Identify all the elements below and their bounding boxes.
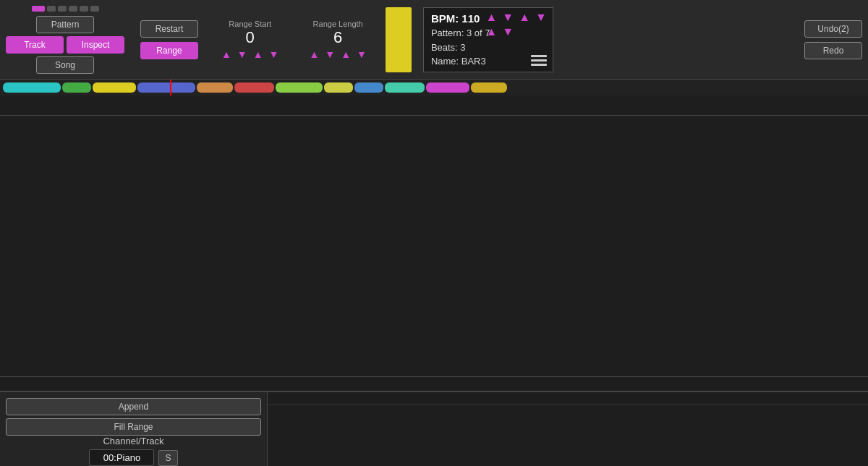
- mode-buttons: Pattern Track Inspect Song: [6, 6, 124, 74]
- restart-button[interactable]: Restart: [140, 20, 198, 38]
- section-block-0[interactable]: [3, 82, 61, 93]
- bpm-box: BPM: 110 Pattern: 3 of 7 Beats: 3 Name: …: [423, 7, 553, 72]
- beats-info: Beats: 3: [431, 42, 545, 53]
- bpm-up-large[interactable]: ▲: [485, 11, 499, 24]
- track-button[interactable]: Track: [6, 36, 64, 54]
- bottom-panel: Append Fill Range Channel/Track 00:Piano…: [0, 391, 868, 466]
- range-start-down[interactable]: ▼: [236, 48, 249, 60]
- section-block-9[interactable]: [385, 82, 425, 93]
- restart-range-group: Restart Range: [140, 20, 198, 59]
- range-len-up2[interactable]: ▲: [339, 48, 352, 60]
- section-block-10[interactable]: [426, 82, 469, 93]
- pattern-color-bar: [32, 6, 99, 12]
- section-block-3[interactable]: [137, 82, 195, 93]
- range-start-up[interactable]: ▲: [220, 48, 233, 60]
- channel-track-label: Channel/Track: [103, 436, 163, 446]
- fill-range-button[interactable]: Fill Range: [6, 418, 261, 436]
- bottom-ruler: [0, 376, 868, 391]
- bpm-up-small[interactable]: ▲: [485, 25, 499, 38]
- mini-content: [268, 405, 868, 466]
- section-block-8[interactable]: [354, 82, 383, 93]
- append-button[interactable]: Append: [6, 398, 261, 415]
- undo-redo-group: Undo(2) Redo: [804, 20, 862, 59]
- redo-button[interactable]: Redo: [804, 42, 862, 59]
- bottom-left: Append Fill Range Channel/Track 00:Piano…: [0, 392, 268, 466]
- bar-header: [0, 96, 868, 116]
- range-length-value: 6: [333, 28, 342, 47]
- pattern-seg-1: [32, 6, 45, 12]
- range-length-arrows: ▲ ▼ ▲ ▼: [307, 48, 367, 60]
- ham-line-3: [531, 64, 547, 66]
- range-start-arrows: ▲ ▼ ▲ ▼: [220, 48, 280, 60]
- pattern-seg-5: [80, 6, 88, 12]
- section-block-11[interactable]: [471, 82, 507, 93]
- range-length-label: Range Length: [313, 20, 363, 28]
- ham-line-1: [531, 55, 547, 57]
- channel-value: 00:Piano: [89, 449, 154, 466]
- pattern-seg-3: [58, 6, 67, 12]
- section-block-1[interactable]: [62, 82, 91, 93]
- pattern-seg-6: [90, 6, 99, 12]
- bpm-up-large2[interactable]: ▲: [517, 11, 532, 24]
- section-timeline: [0, 82, 868, 93]
- range-len-up[interactable]: ▲: [307, 48, 320, 60]
- section-block-5[interactable]: [234, 82, 274, 93]
- bpm-arrow-row-1: ▲ ▼ ▲ ▼: [485, 11, 548, 24]
- name-info: Name: BAR3: [431, 56, 545, 67]
- hamburger-menu[interactable]: [531, 55, 547, 66]
- s-button[interactable]: S: [158, 450, 177, 466]
- range-start-group: Range Start 0 ▲ ▼ ▲ ▼: [220, 20, 280, 60]
- inspect-button[interactable]: Inspect: [67, 36, 124, 54]
- range-start-label: Range Start: [229, 20, 271, 28]
- section-block-6[interactable]: [276, 82, 323, 93]
- bpm-arrow-row-2: ▲ ▼: [485, 25, 548, 38]
- range-start-down2[interactable]: ▼: [268, 48, 281, 60]
- pattern-seg-2: [47, 6, 56, 12]
- bpm-down-large2[interactable]: ▼: [534, 11, 548, 24]
- range-len-down2[interactable]: ▼: [355, 48, 368, 60]
- channel-track-row: 00:Piano S: [89, 449, 177, 466]
- bpm-down-small[interactable]: ▼: [501, 25, 515, 38]
- pattern-button[interactable]: Pattern: [36, 16, 94, 33]
- mini-bar-header: [268, 392, 868, 405]
- range-start-up2[interactable]: ▲: [252, 48, 265, 60]
- bottom-mini-timeline[interactable]: [268, 392, 868, 466]
- pattern-seg-4: [69, 6, 77, 12]
- undo-button[interactable]: Undo(2): [804, 20, 862, 38]
- range-len-down[interactable]: ▼: [323, 48, 336, 60]
- yellow-indicator: [386, 7, 412, 72]
- playhead: [170, 80, 171, 96]
- append-fill-group: Append Fill Range: [6, 398, 261, 436]
- channel-track-section: Channel/Track 00:Piano S: [6, 436, 261, 466]
- section-block-2[interactable]: [93, 82, 136, 93]
- section-bar[interactable]: [0, 80, 868, 96]
- section-block-7[interactable]: [324, 82, 353, 93]
- bpm-arrows: ▲ ▼ ▲ ▼ ▲ ▼: [485, 11, 548, 38]
- top-bar: Pattern Track Inspect Song Restart Range…: [0, 0, 868, 80]
- range-length-group: Range Length 6 ▲ ▼ ▲ ▼: [307, 20, 367, 60]
- range-button[interactable]: Range: [140, 42, 198, 59]
- section-block-4[interactable]: [197, 82, 233, 93]
- piano-roll[interactable]: [0, 116, 868, 376]
- ham-line-2: [531, 59, 547, 62]
- bpm-down-large[interactable]: ▼: [501, 11, 515, 24]
- track-inspect-row: Track Inspect: [6, 36, 124, 54]
- range-start-value: 0: [246, 28, 255, 47]
- song-button[interactable]: Song: [36, 56, 94, 74]
